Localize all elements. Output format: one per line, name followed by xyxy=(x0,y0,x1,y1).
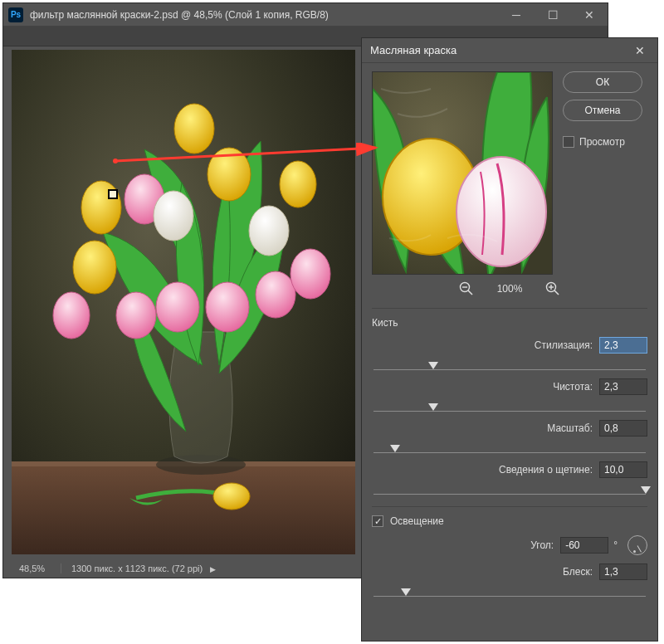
svg-point-7 xyxy=(208,148,251,201)
svg-point-6 xyxy=(174,104,214,154)
stylization-label: Стилизация: xyxy=(372,339,599,351)
svg-line-26 xyxy=(554,290,559,295)
zoom-readout[interactable]: 48,5% xyxy=(3,564,61,573)
slider-thumb[interactable] xyxy=(428,362,438,369)
svg-point-10 xyxy=(53,292,90,339)
shine-input[interactable] xyxy=(599,564,647,580)
bristle-label: Сведения о щетине: xyxy=(372,464,599,476)
preview-artwork xyxy=(373,72,553,275)
stylization-slider[interactable] xyxy=(374,357,646,370)
cancel-button[interactable]: Отмена xyxy=(563,100,642,121)
lighting-checkbox[interactable] xyxy=(372,515,383,527)
angle-dial[interactable] xyxy=(627,535,647,555)
minimize-button[interactable]: ─ xyxy=(498,3,535,27)
doc-info-menu-icon[interactable]: ▶ xyxy=(210,565,216,573)
canvas-artwork xyxy=(12,50,355,554)
zoom-out-icon[interactable] xyxy=(459,281,474,296)
oil-paint-dialog: Масляная краска ✕ xyxy=(361,37,658,642)
shine-slider[interactable] xyxy=(374,583,646,597)
photoshop-logo-icon: Ps xyxy=(8,7,23,22)
preview-checkbox[interactable] xyxy=(563,136,574,148)
cleanliness-label: Чистота: xyxy=(372,381,599,393)
scale-slider[interactable] xyxy=(374,440,646,453)
dialog-titlebar[interactable]: Масляная краска ✕ xyxy=(362,38,657,63)
svg-rect-1 xyxy=(12,465,355,554)
document-canvas[interactable] xyxy=(12,50,355,554)
bristle-input[interactable] xyxy=(599,461,647,478)
stylization-input[interactable] xyxy=(599,337,647,354)
filter-preview[interactable] xyxy=(372,71,553,275)
svg-point-13 xyxy=(206,282,249,332)
sample-marker[interactable] xyxy=(108,189,118,199)
svg-point-17 xyxy=(249,206,289,256)
preview-checkbox-label: Просмотр xyxy=(579,136,625,148)
canvas-area[interactable] xyxy=(12,50,355,554)
titlebar[interactable]: Ps фильтр маслянной краски-2.psd @ 48,5%… xyxy=(3,3,608,27)
svg-point-16 xyxy=(154,191,193,241)
scale-label: Масштаб: xyxy=(372,422,599,434)
bristle-slider[interactable] xyxy=(374,481,646,495)
zoom-in-icon[interactable] xyxy=(545,281,560,296)
ok-button[interactable]: ОК xyxy=(563,71,642,93)
svg-point-15 xyxy=(290,249,330,299)
shine-label: Блеск: xyxy=(372,566,599,578)
status-bar: 48,5% 1300 пикс. x 1123 пикс. (72 ppi) ▶ xyxy=(3,559,358,578)
scale-input[interactable] xyxy=(599,420,647,437)
cleanliness-input[interactable] xyxy=(599,378,647,395)
doc-info[interactable]: 1300 пикс. x 1123 пикс. (72 ppi) xyxy=(71,564,203,573)
svg-point-18 xyxy=(213,483,250,510)
svg-point-5 xyxy=(73,241,116,294)
lighting-section-title: Освещение xyxy=(390,515,444,527)
dialog-close-button[interactable]: ✕ xyxy=(631,44,649,57)
brush-section-title: Кисть xyxy=(372,317,647,329)
svg-point-11 xyxy=(116,292,156,339)
maximize-button[interactable]: ☐ xyxy=(535,3,571,27)
slider-thumb[interactable] xyxy=(390,445,400,452)
svg-line-23 xyxy=(468,290,472,295)
slider-thumb[interactable] xyxy=(401,588,411,596)
svg-point-12 xyxy=(156,282,199,332)
slider-thumb[interactable] xyxy=(641,486,651,494)
angle-label: Угол: xyxy=(372,539,560,551)
angle-input[interactable] xyxy=(560,537,608,554)
cleanliness-slider[interactable] xyxy=(374,398,646,412)
zoom-level: 100% xyxy=(497,283,523,295)
close-button[interactable]: ✕ xyxy=(571,3,608,27)
svg-point-14 xyxy=(256,271,295,318)
dialog-title: Масляная краска xyxy=(370,44,631,56)
slider-thumb[interactable] xyxy=(428,403,438,411)
window-title: фильтр маслянной краски-2.psd @ 48,5% (С… xyxy=(30,9,329,21)
angle-unit: ° xyxy=(613,539,618,551)
svg-point-8 xyxy=(280,161,316,207)
